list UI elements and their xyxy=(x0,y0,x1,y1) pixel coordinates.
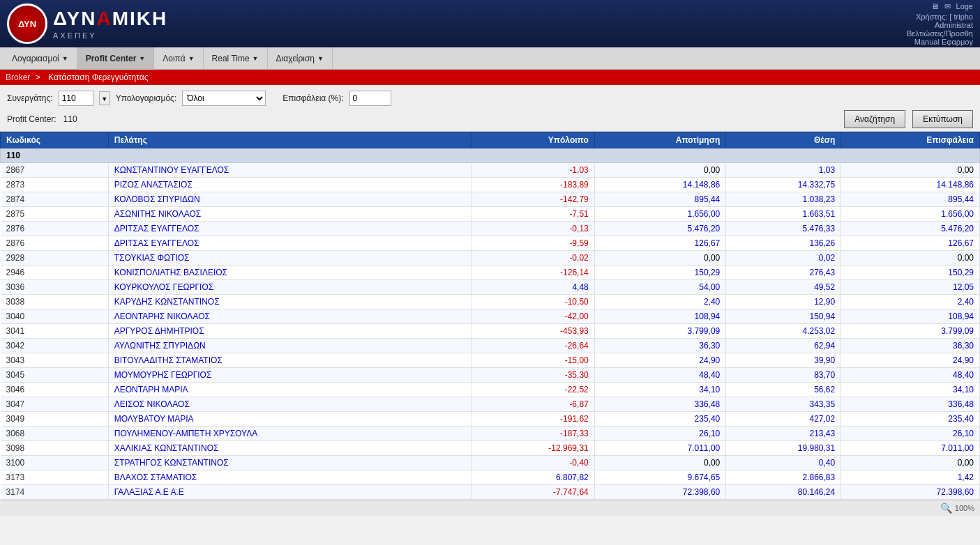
cell-thesi: 0,02 xyxy=(726,251,841,266)
cell-thesi: 19.980,31 xyxy=(726,441,841,456)
cell-episfaleia: 36,30 xyxy=(841,339,980,353)
cell-name[interactable]: ΓΑΛΑΞΙΑΣ Α.Ε Α.Ε xyxy=(108,485,472,500)
cell-episfaleia: 150,29 xyxy=(841,266,980,280)
nav-item-realtime[interactable]: Real Time ▼ xyxy=(204,47,268,70)
cell-ypoloipo: -7.747,64 xyxy=(472,485,595,500)
cell-code: 3036 xyxy=(1,280,109,295)
cell-thesi: 1.038,23 xyxy=(726,192,841,207)
cell-name[interactable]: ΑΣΩΝΙΤΗΣ ΝΙΚΟΛΑΟΣ xyxy=(108,207,472,222)
cell-apotimisi: 34,10 xyxy=(594,383,726,397)
table-row: 2928 ΤΣΟΥΚΙΑΣ ΦΩΤΙΟΣ -0,02 0,00 0,02 0,0… xyxy=(1,251,980,266)
search-button[interactable]: Αναζήτηση xyxy=(844,110,905,128)
breadcrumb-broker[interactable]: Broker xyxy=(6,72,30,82)
cell-apotimisi: 235,40 xyxy=(594,412,726,427)
table-row: 3043 ΒΙΤΟΥΛΑΔΙΤΗΣ ΣΤΑΜΑΤΙΟΣ -15,00 24,90… xyxy=(1,353,980,368)
nav-label-realtime: Real Time xyxy=(212,54,250,63)
cell-apotimisi: 7.011,00 xyxy=(594,441,726,456)
cell-episfaleia: 1.656,00 xyxy=(841,207,980,222)
header-user-info: 🖥 ✉ Loge Χρήστης: [ tripho Administrat Β… xyxy=(907,2,973,46)
cell-name[interactable]: ΚΩΝΣΤΑΝΤΙΝΟΥ ΕΥΑΓΓΕΛΟΣ xyxy=(108,163,472,178)
cell-name[interactable]: ΒΛΑΧΟΣ ΣΤΑΜΑΤΙΟΣ xyxy=(108,470,472,485)
cell-ypoloipo: 6.807,82 xyxy=(472,470,595,485)
nav-item-diaxeirisi[interactable]: Διαχείριση ▼ xyxy=(268,47,333,70)
logout-link[interactable]: Loge xyxy=(956,2,973,11)
form-area: Συνεργάτης: ▼ Υπολογαρισμός: Όλοι Επισφά… xyxy=(0,85,980,132)
cell-name[interactable]: ΔΡΙΤΣΑΣ ΕΥΑΓΓΕΛΟΣ xyxy=(108,236,472,251)
ypologismos-select[interactable]: Όλοι xyxy=(182,91,266,106)
nav-label-diaxeirisi: Διαχείριση xyxy=(276,54,315,63)
cell-thesi: 427,02 xyxy=(726,412,841,427)
table-row: 2946 ΚΟΝΙΣΠΟΛΙΑΤΗΣ ΒΑΣΙΛΕΙΟΣ -126,14 150… xyxy=(1,266,980,280)
table-row: 3173 ΒΛΑΧΟΣ ΣΤΑΜΑΤΙΟΣ 6.807,82 9.674,65 … xyxy=(1,470,980,485)
cell-code: 3046 xyxy=(1,383,109,397)
cell-apotimisi: 126,67 xyxy=(594,236,726,251)
zoom-icon: 🔍 xyxy=(940,502,952,514)
cell-name[interactable]: ΜΟΥΜΟΥΡΗΣ ΓΕΩΡΓΙΟΣ xyxy=(108,368,472,383)
cell-name[interactable]: ΠΟΥΛΗΜΕΝΟΥ-ΑΜΠΕΤΗ ΧΡΥΣΟΥΛΑ xyxy=(108,427,472,441)
cell-name[interactable]: ΤΣΟΥΚΙΑΣ ΦΩΤΙΟΣ xyxy=(108,251,472,266)
cell-name[interactable]: ΧΑΛΙΚΙΑΣ ΚΩΝΣΤΑΝΤΙΝΟΣ xyxy=(108,441,472,456)
cell-ypoloipo: -42,00 xyxy=(472,309,595,324)
cell-apotimisi: 24,90 xyxy=(594,353,726,368)
cell-thesi: 56,62 xyxy=(726,383,841,397)
cell-name[interactable]: ΛΕΙΣΟΣ ΝΙΚΟΛΑΟΣ xyxy=(108,397,472,412)
cell-apotimisi: 895,44 xyxy=(594,192,726,207)
cell-code: 3049 xyxy=(1,412,109,427)
header: ΔΥΝ ΔΥΝΑΜΙΚΗ ΑΧΕΠΕΥ 🖥 ✉ Loge Χρήστης: [ … xyxy=(0,0,980,47)
cell-apotimisi: 0,00 xyxy=(594,456,726,470)
nav-item-loipa[interactable]: Λοιπά ▼ xyxy=(154,47,203,70)
cell-episfaleia: 5.476,20 xyxy=(841,222,980,236)
main-table: Κωδικός Πελάτης Υπόλοιπο Αποτίμηση Θέση … xyxy=(0,132,980,500)
cell-apotimisi: 150,29 xyxy=(594,266,726,280)
nav-item-logariasmi[interactable]: Λογαριασμοί ▼ xyxy=(3,47,77,70)
cell-name[interactable]: ΜΟΛΥΒΑΤΟΥ ΜΑΡΙΑ xyxy=(108,412,472,427)
cell-name[interactable]: ΑΥΛΩΝΙΤΗΣ ΣΠΥΡΙΔΩΝ xyxy=(108,339,472,353)
cell-code: 3038 xyxy=(1,295,109,309)
cell-thesi: 2.866,83 xyxy=(726,470,841,485)
cell-thesi: 12,90 xyxy=(726,295,841,309)
cell-apotimisi: 48,40 xyxy=(594,368,726,383)
cell-name[interactable]: ΚΑΡΥΔΗΣ ΚΩΝΣΤΑΝΤΙΝΟΣ xyxy=(108,295,472,309)
logo-area: ΔΥΝ ΔΥΝΑΜΙΚΗ ΑΧΕΠΕΥ xyxy=(7,3,167,44)
cell-episfaleia: 26,10 xyxy=(841,427,980,441)
cell-ypoloipo: -7,51 xyxy=(472,207,595,222)
breadcrumb-separator: > xyxy=(36,72,43,82)
cell-name[interactable]: ΛΕΟΝΤΑΡΗΣ ΝΙΚΟΛΑΟΣ xyxy=(108,309,472,324)
cell-apotimisi: 36,30 xyxy=(594,339,726,353)
cell-name[interactable]: ΑΡΓΥΡΟΣ ΔΗΜΗΤΡΙΟΣ xyxy=(108,324,472,339)
cell-name[interactable]: ΚΟΝΙΣΠΟΛΙΑΤΗΣ ΒΑΣΙΛΕΙΟΣ xyxy=(108,266,472,280)
cell-ypoloipo: -0,40 xyxy=(472,456,595,470)
cell-ypoloipo: -0,13 xyxy=(472,222,595,236)
table-row: 3041 ΑΡΓΥΡΟΣ ΔΗΜΗΤΡΙΟΣ -453,93 3.799,09 … xyxy=(1,324,980,339)
breadcrumb: Broker > Κατάσταση Φερεγγυότητας xyxy=(0,70,980,85)
manual-link[interactable]: Manual Εφαρμογ xyxy=(907,38,973,46)
print-button[interactable]: Εκτύπωση xyxy=(912,110,973,128)
cell-episfaleia: 48,40 xyxy=(841,368,980,383)
cell-name[interactable]: ΣΤΡΑΤΗΓΟΣ ΚΩΝΣΤΑΝΤΙΝΟΣ xyxy=(108,456,472,470)
cell-name[interactable]: ΛΕΟΝΤΑΡΗ ΜΑΡΙΑ xyxy=(108,383,472,397)
synergatis-dropdown[interactable]: ▼ xyxy=(99,91,110,105)
cell-thesi: 1.663,51 xyxy=(726,207,841,222)
cell-name[interactable]: ΚΟΥΡΚΟΥΛΟΣ ΓΕΩΡΓΙΟΣ xyxy=(108,280,472,295)
cell-name[interactable]: ΔΡΙΤΣΑΣ ΕΥΑΓΓΕΛΟΣ xyxy=(108,222,472,236)
improvements-link[interactable]: Βελτιώσεις/Προσθη xyxy=(907,29,973,38)
cell-name[interactable]: ΡΙΖΟΣ ΑΝΑΣΤΑΣΙΟΣ xyxy=(108,178,472,192)
cell-ypoloipo: -15,00 xyxy=(472,353,595,368)
cell-name[interactable]: ΒΙΤΟΥΛΑΔΙΤΗΣ ΣΤΑΜΑΤΙΟΣ xyxy=(108,353,472,368)
logo-subtitle: ΑΧΕΠΕΥ xyxy=(53,31,167,40)
cell-code: 2873 xyxy=(1,178,109,192)
episfaleia-input[interactable] xyxy=(349,91,391,106)
cell-episfaleia: 336,48 xyxy=(841,397,980,412)
nav-item-profit-center[interactable]: Profit Center ▼ xyxy=(77,47,155,70)
cell-ypoloipo: -191,62 xyxy=(472,412,595,427)
cell-ypoloipo: -10,50 xyxy=(472,295,595,309)
cell-ypoloipo: -126,14 xyxy=(472,266,595,280)
nav-arrow-diaxeirisi: ▼ xyxy=(317,55,324,62)
cell-thesi: 150,94 xyxy=(726,309,841,324)
cell-name[interactable]: ΚΟΛΟΒΟΣ ΣΠΥΡΙΔΩΝ xyxy=(108,192,472,207)
synergatis-input[interactable] xyxy=(59,91,93,106)
cell-code: 2875 xyxy=(1,207,109,222)
cell-code: 2867 xyxy=(1,163,109,178)
cell-ypoloipo: -9,59 xyxy=(472,236,595,251)
table-body: 110 2867 ΚΩΝΣΤΑΝΤΙΝΟΥ ΕΥΑΓΓΕΛΟΣ -1,03 0,… xyxy=(1,148,980,500)
